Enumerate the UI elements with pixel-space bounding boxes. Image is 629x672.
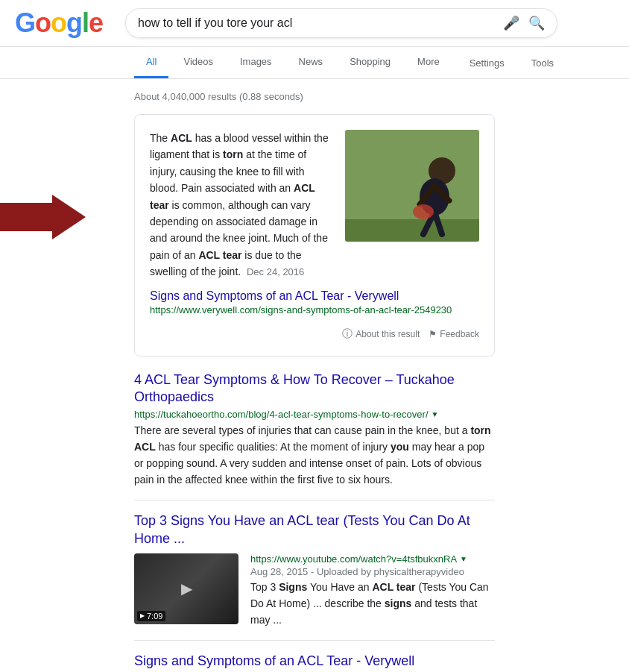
video-duration: ▶ 7:09	[137, 611, 165, 621]
logo-e: e	[89, 7, 103, 39]
video-info: https://www.youtube.com/watch?v=4tsfbukx…	[250, 553, 495, 628]
snippet-title-link[interactable]: Signs and Symptoms of an ACL Tear - Very…	[150, 289, 399, 302]
video-url-text: https://www.youtube.com/watch?v=4tsfbukx…	[250, 553, 457, 565]
results-count: About 4,040,000 results (0.88 seconds)	[134, 85, 495, 114]
search-result-2-video: Top 3 Signs You Have an ACL tear (Tests …	[134, 503, 495, 637]
svg-point-8	[413, 204, 434, 219]
search-nav: All Videos Images News Shopping More Set…	[0, 47, 629, 79]
snippet-date: Dec 24, 2016	[247, 266, 304, 277]
video-meta: Aug 28, 2015 - Uploaded by physicalthera…	[250, 566, 495, 577]
result-1-url-line: https://tuckahoeortho.com/blog/4-acl-tea…	[134, 409, 495, 420]
result-1-snippet: There are several types of injuries that…	[134, 422, 495, 488]
microphone-icon[interactable]: 🎤	[503, 15, 519, 31]
video-content: ▶ ▶ 7:09 https://www.youtube.com/watch?v…	[134, 553, 495, 628]
nav-item-images[interactable]: Images	[228, 47, 284, 78]
result-3-title-link[interactable]: Signs and Symptoms of an ACL Tear - Very…	[134, 653, 414, 668]
google-logo: Google	[15, 7, 103, 39]
result-3-title: Signs and Symptoms of an ACL Tear - Very…	[134, 653, 495, 670]
snippet-footer: ⓘ About this result ⚑ Feedback	[150, 321, 479, 341]
info-icon: ⓘ	[342, 327, 353, 341]
about-this-result[interactable]: ⓘ About this result	[342, 327, 420, 341]
flag-icon: ⚑	[429, 329, 437, 339]
snippet-url: https://www.verywell.com/signs-and-sympt…	[150, 304, 479, 315]
snippet-image	[345, 130, 479, 242]
snippet-link: Signs and Symptoms of an ACL Tear - Very…	[150, 289, 479, 315]
logo-o1: o	[35, 7, 51, 39]
video-dropdown-icon[interactable]: ▼	[460, 555, 467, 563]
search-bar: 🎤 🔍	[125, 8, 557, 38]
nav-settings[interactable]: Settings	[458, 48, 516, 78]
red-arrow	[0, 195, 86, 239]
result-1-title-link[interactable]: 4 ACL Tear Symptoms & How To Recover – T…	[134, 372, 455, 404]
nav-item-shopping[interactable]: Shopping	[338, 47, 402, 78]
video-thumbnail[interactable]: ▶ ▶ 7:09	[134, 553, 238, 624]
video-url: https://www.youtube.com/watch?v=4tsfbukx…	[250, 553, 495, 565]
nav-item-all[interactable]: All	[134, 47, 168, 78]
duration-text: 7:09	[147, 612, 162, 621]
video-thumbnail-inner: ▶ ▶ 7:09	[134, 553, 238, 624]
result-1-title: 4 ACL Tear Symptoms & How To Recover – T…	[134, 371, 495, 406]
logo-l: l	[82, 7, 89, 39]
search-result-3: Signs and Symptoms of an ACL Tear - Very…	[134, 644, 495, 672]
header: Google 🎤 🔍	[0, 0, 629, 47]
about-label: About this result	[355, 329, 420, 339]
svg-rect-1	[345, 219, 479, 242]
video-snippet: Top 3 Signs You Have an ACL tear (Tests …	[250, 579, 495, 628]
result-1-url: https://tuckahoeortho.com/blog/4-acl-tea…	[134, 409, 429, 420]
play-button-icon: ▶	[181, 580, 192, 597]
result-2-title: Top 3 Signs You Have an ACL tear (Tests …	[134, 512, 495, 547]
nav-item-more[interactable]: More	[405, 47, 452, 78]
snippet-content: The ACL has a blood vessel within the li…	[150, 130, 479, 280]
results-container: About 4,040,000 results (0.88 seconds) T…	[0, 79, 629, 672]
logo-g: G	[15, 7, 35, 39]
search-icons: 🎤 🔍	[503, 15, 545, 31]
result-1-dropdown[interactable]: ▼	[432, 410, 439, 418]
nav-tools[interactable]: Tools	[519, 48, 566, 78]
search-button[interactable]: 🔍	[528, 15, 545, 31]
featured-snippet: The ACL has a blood vessel within the li…	[134, 114, 495, 357]
feedback-link[interactable]: ⚑ Feedback	[429, 329, 479, 339]
logo-o2: o	[51, 7, 66, 39]
snippet-text: The ACL has a blood vessel within the li…	[150, 130, 333, 280]
nav-item-videos[interactable]: Videos	[171, 47, 225, 78]
snippet-image-svg	[345, 130, 479, 242]
result-2-title-link[interactable]: Top 3 Signs You Have an ACL tear (Tests …	[134, 513, 470, 545]
duration-play-icon: ▶	[140, 612, 145, 619]
search-result-1: 4 ACL Tear Symptoms & How To Recover – T…	[134, 362, 495, 497]
search-input[interactable]	[138, 16, 503, 30]
feedback-label: Feedback	[440, 329, 479, 339]
logo-g2: g	[66, 7, 82, 39]
nav-item-news[interactable]: News	[287, 47, 335, 78]
